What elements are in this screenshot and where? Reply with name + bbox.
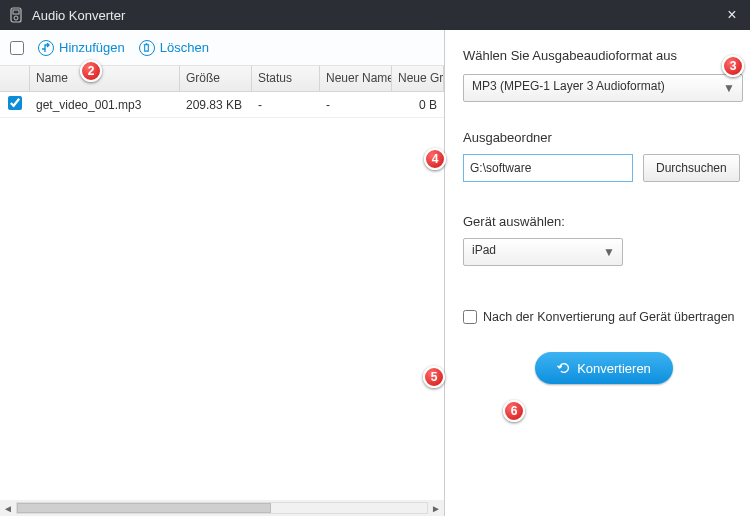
table-header: Name Größe Status Neuer Name Neue Grö [0, 66, 444, 92]
format-select[interactable]: MP3 (MPEG-1 Layer 3 Audioformat) ▼ [463, 74, 743, 102]
delete-button[interactable]: Löschen [139, 40, 209, 56]
chevron-down-icon: ▼ [720, 79, 738, 97]
settings-panel: Wählen Sie Ausgabeaudioformat aus MP3 (M… [445, 30, 750, 516]
refresh-icon [557, 361, 571, 375]
svg-rect-1 [13, 10, 19, 14]
transfer-checkbox[interactable] [463, 310, 477, 324]
col-newsize[interactable]: Neue Grö [392, 66, 444, 91]
device-value: iPad [472, 243, 496, 257]
format-value: MP3 (MPEG-1 Layer 3 Audioformat) [472, 79, 665, 93]
convert-button[interactable]: Konvertieren [535, 352, 673, 384]
annotation-marker-5: 5 [423, 366, 445, 388]
titlebar: Audio Konverter × [0, 0, 750, 30]
annotation-marker-4: 4 [424, 148, 446, 170]
format-label: Wählen Sie Ausgabeaudioformat aus [463, 48, 677, 63]
convert-label: Konvertieren [577, 361, 651, 376]
annotation-marker-3: 3 [722, 55, 744, 77]
add-icon [38, 40, 54, 56]
device-label: Gerät auswählen: [463, 214, 565, 229]
row-newsize: 0 B [392, 94, 444, 116]
trash-icon [139, 40, 155, 56]
toolbar: Hinzufügen Löschen [0, 30, 444, 66]
transfer-label: Nach der Konvertierung auf Gerät übertra… [483, 310, 735, 324]
annotation-marker-6: 6 [503, 400, 525, 422]
annotation-marker-2: 2 [80, 60, 102, 82]
horizontal-scrollbar[interactable]: ◄ ► [0, 500, 444, 516]
scroll-thumb[interactable] [17, 503, 271, 513]
browse-button[interactable]: Durchsuchen [643, 154, 740, 182]
svg-point-2 [14, 16, 18, 20]
col-status[interactable]: Status [252, 66, 320, 91]
add-label: Hinzufügen [59, 40, 125, 55]
row-newname: - [320, 94, 392, 116]
col-name[interactable]: Name [30, 66, 180, 91]
app-logo-icon [8, 7, 24, 23]
output-folder-label: Ausgabeordner [463, 130, 552, 145]
row-status: - [252, 94, 320, 116]
row-name: get_video_001.mp3 [30, 94, 180, 116]
window-title: Audio Konverter [32, 8, 722, 23]
row-size: 209.83 KB [180, 94, 252, 116]
select-all-checkbox[interactable] [10, 41, 24, 55]
delete-label: Löschen [160, 40, 209, 55]
col-newname[interactable]: Neuer Name [320, 66, 392, 91]
chevron-down-icon: ▼ [600, 243, 618, 261]
scroll-right-icon[interactable]: ► [428, 501, 444, 515]
add-button[interactable]: Hinzufügen [38, 40, 125, 56]
row-checkbox[interactable] [8, 96, 22, 110]
close-icon[interactable]: × [722, 6, 742, 24]
device-select[interactable]: iPad ▼ [463, 238, 623, 266]
col-size[interactable]: Größe [180, 66, 252, 91]
file-list-panel: Hinzufügen Löschen Name Größe Status Neu… [0, 30, 445, 516]
table-row[interactable]: get_video_001.mp3 209.83 KB - - 0 B [0, 92, 444, 118]
scroll-left-icon[interactable]: ◄ [0, 501, 16, 515]
output-folder-input[interactable] [463, 154, 633, 182]
